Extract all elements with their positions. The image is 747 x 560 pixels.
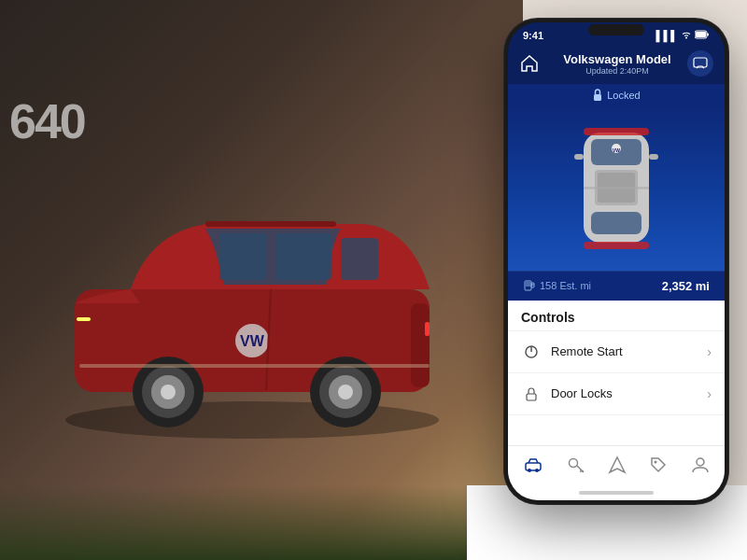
- svg-rect-3: [275, 233, 331, 280]
- updated-time: Updated 2:40PM: [547, 66, 687, 76]
- svg-rect-18: [205, 221, 336, 227]
- svg-rect-33: [584, 128, 649, 135]
- svg-rect-25: [594, 94, 601, 101]
- home-indicator: [508, 487, 725, 500]
- fuel-icon: [523, 279, 536, 292]
- header-left: [519, 53, 547, 74]
- car-top-svg: VW: [565, 119, 668, 259]
- svg-rect-35: [574, 154, 584, 160]
- svg-text:VW: VW: [240, 333, 265, 349]
- header-center: Volkswagen Model Updated 2:40PM: [547, 52, 687, 76]
- status-icons: ▌▌▌: [656, 30, 710, 41]
- foliage: [0, 485, 523, 560]
- svg-point-11: [161, 385, 176, 399]
- svg-point-47: [528, 469, 531, 472]
- vehicle-name: Volkswagen Model: [547, 52, 687, 66]
- svg-rect-22: [696, 32, 706, 37]
- phone-device: 9:41 ▌▌▌: [504, 19, 728, 504]
- svg-rect-28: [591, 212, 641, 234]
- nav-tag[interactable]: [641, 454, 675, 476]
- nav-navigation-icon: [608, 455, 627, 474]
- svg-rect-4: [341, 238, 378, 280]
- fuel-stat: 158 Est. mi: [523, 279, 591, 292]
- lock-status-bar: Locked: [508, 84, 725, 106]
- door-locks-item[interactable]: Door Locks ›: [508, 373, 725, 415]
- home-bar: [579, 491, 654, 495]
- car-background: 640 VW: [0, 0, 523, 560]
- fuel-label: 158 Est. mi: [540, 280, 591, 291]
- nav-profile[interactable]: [684, 454, 717, 476]
- svg-point-53: [655, 461, 657, 464]
- message-icon: [693, 57, 708, 70]
- status-time: 9:41: [523, 30, 543, 41]
- home-nav-icon[interactable]: [519, 53, 540, 74]
- nav-navigation[interactable]: [600, 454, 634, 476]
- nav-key-icon: [567, 455, 585, 474]
- wifi-icon: [681, 30, 692, 41]
- main-scene: 640 VW: [0, 0, 747, 560]
- remote-start-icon: [521, 342, 542, 362]
- nav-tag-icon: [649, 455, 668, 474]
- nav-profile-icon: [691, 455, 710, 474]
- signal-icon: ▌▌▌: [656, 30, 678, 41]
- svg-rect-40: [526, 282, 530, 287]
- lock-status-text: Locked: [607, 90, 640, 101]
- svg-text:VW: VW: [613, 147, 620, 152]
- car-top-view-area: VW: [508, 106, 725, 271]
- bottom-nav: [508, 445, 725, 487]
- lock-icon: [592, 89, 603, 102]
- svg-rect-20: [79, 364, 430, 368]
- svg-rect-2: [219, 233, 266, 280]
- nav-key[interactable]: [559, 454, 593, 476]
- svg-rect-5: [411, 303, 430, 387]
- door-locks-label: Door Locks: [551, 386, 707, 400]
- battery-icon: [695, 30, 710, 41]
- svg-rect-16: [77, 317, 91, 321]
- phone-wrapper: 9:41 ▌▌▌: [504, 19, 728, 504]
- remote-start-item[interactable]: Remote Start ›: [508, 331, 725, 373]
- door-locks-icon: [521, 384, 542, 404]
- remote-start-label: Remote Start: [551, 344, 707, 358]
- svg-point-48: [535, 469, 539, 472]
- door-locks-chevron: ›: [707, 386, 712, 401]
- controls-section: Controls Remote Start ›: [508, 301, 725, 446]
- car-illustration: VW: [19, 140, 486, 457]
- phone-screen: 9:41 ▌▌▌: [508, 22, 725, 500]
- profile-button[interactable]: [687, 50, 713, 77]
- svg-rect-36: [649, 154, 658, 160]
- svg-rect-23: [707, 34, 709, 36]
- svg-rect-45: [527, 394, 536, 400]
- controls-title: Controls: [508, 301, 725, 331]
- stats-row: 158 Est. mi 2,352 mi: [508, 271, 725, 301]
- svg-rect-38: [584, 187, 649, 189]
- svg-point-0: [65, 401, 439, 439]
- nav-car-icon: [523, 456, 543, 473]
- svg-point-15: [338, 385, 353, 399]
- app-header: Volkswagen Model Updated 2:40PM: [508, 45, 725, 84]
- nav-car[interactable]: [515, 455, 551, 475]
- svg-point-49: [569, 459, 577, 468]
- svg-rect-34: [584, 242, 649, 249]
- svg-point-54: [697, 458, 704, 466]
- dynamic-island: [588, 24, 644, 35]
- remote-start-chevron: ›: [707, 344, 712, 359]
- svg-rect-17: [425, 322, 430, 336]
- mileage-stat: 2,352 mi: [662, 279, 710, 293]
